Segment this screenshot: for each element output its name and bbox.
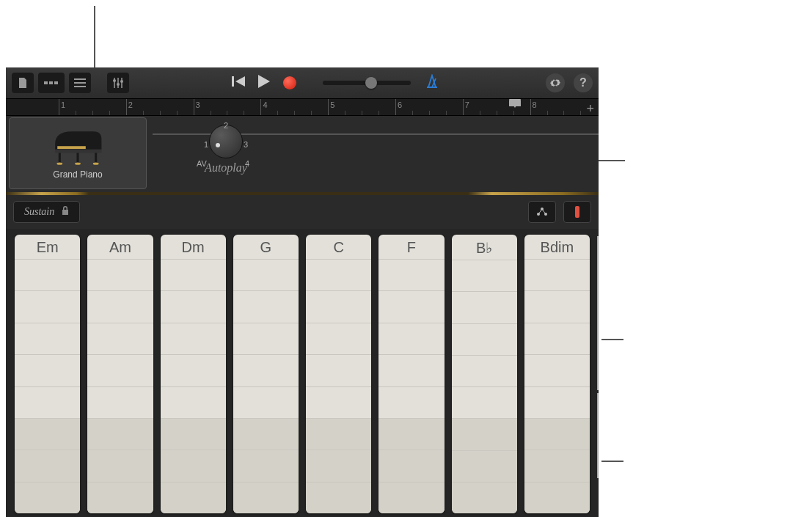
chord-segment-upper[interactable] — [87, 387, 153, 419]
ruler-tick — [563, 111, 564, 115]
chord-segment-upper[interactable] — [87, 355, 153, 386]
chord-segment-lower[interactable] — [15, 450, 80, 482]
chord-segment-upper[interactable] — [524, 387, 590, 419]
help-button[interactable]: ? — [574, 73, 593, 92]
chord-segment-upper[interactable] — [452, 260, 517, 292]
arpeggiator-button[interactable] — [528, 201, 556, 223]
chord-segment-upper[interactable] — [524, 260, 590, 291]
chord-segment-upper[interactable] — [233, 260, 299, 291]
chord-segment-upper[interactable] — [306, 260, 371, 291]
instrument-tile[interactable]: Grand Piano — [9, 117, 147, 189]
chord-strip[interactable]: B♭ — [452, 235, 517, 513]
chord-segment-upper[interactable] — [15, 291, 80, 323]
chord-strip[interactable]: Am — [87, 235, 153, 513]
chord-segment-upper[interactable] — [306, 323, 371, 355]
browser-button[interactable] — [12, 73, 34, 93]
volume-thumb[interactable] — [365, 77, 377, 89]
timeline-ruler[interactable]: 12345678 + — [6, 98, 599, 116]
chord-segment-lower[interactable] — [306, 483, 371, 513]
chord-segment-upper[interactable] — [161, 387, 226, 419]
chord-segment-lower[interactable] — [161, 450, 226, 482]
chord-segment-lower[interactable] — [452, 451, 517, 483]
chord-strip[interactable]: Dm — [161, 235, 226, 513]
chord-segment-upper[interactable] — [87, 291, 153, 323]
tracks-view-button[interactable] — [38, 73, 65, 93]
playhead[interactable] — [509, 99, 521, 108]
chord-segment-lower[interactable] — [378, 450, 444, 482]
chord-segment-lower[interactable] — [452, 483, 517, 513]
mixer-button[interactable] — [107, 73, 129, 93]
chord-segment-upper[interactable] — [306, 387, 371, 419]
chord-segment-lower[interactable] — [233, 450, 299, 482]
chord-segment-lower[interactable] — [524, 419, 590, 450]
chord-segment-upper[interactable] — [15, 323, 80, 355]
chord-segment-upper[interactable] — [378, 355, 444, 386]
chord-segment-upper[interactable] — [306, 291, 371, 323]
bar-line — [530, 99, 531, 115]
chord-segment-upper[interactable] — [378, 323, 444, 355]
chord-segment-upper[interactable] — [524, 291, 590, 323]
svg-rect-14 — [95, 153, 97, 163]
chord-segment-upper[interactable] — [233, 355, 299, 386]
chord-segment-upper[interactable] — [87, 260, 153, 291]
chord-segment-upper[interactable] — [233, 387, 299, 419]
play-button[interactable] — [258, 75, 270, 91]
chord-segment-upper[interactable] — [452, 387, 517, 419]
chord-strip[interactable]: Bdim — [524, 235, 590, 513]
chord-segment-lower[interactable] — [15, 419, 80, 450]
rewind-button[interactable] — [232, 76, 245, 90]
chord-segment-upper[interactable] — [452, 324, 517, 356]
glissando-button[interactable] — [563, 201, 591, 223]
list-view-button[interactable] — [69, 73, 91, 93]
chord-segment-lower[interactable] — [306, 419, 371, 450]
chord-segment-upper[interactable] — [524, 355, 590, 386]
chord-segment-upper[interactable] — [161, 355, 226, 386]
chord-segment-lower[interactable] — [87, 419, 153, 450]
chord-segment-upper[interactable] — [15, 260, 80, 291]
chord-segment-lower[interactable] — [161, 419, 226, 450]
chord-segment-upper[interactable] — [87, 323, 153, 355]
chord-segment-lower[interactable] — [378, 483, 444, 513]
sustain-button[interactable]: Sustain — [13, 201, 80, 223]
chord-strip[interactable]: C — [306, 235, 371, 513]
ruler-tick — [76, 111, 76, 115]
chord-segment-upper[interactable] — [452, 356, 517, 387]
chord-strip[interactable]: F — [378, 235, 444, 513]
chord-segment-upper[interactable] — [524, 323, 590, 355]
chord-segment-lower[interactable] — [452, 419, 517, 450]
autoplay-knob[interactable]: AV 1 2 3 4 — [209, 125, 243, 158]
chord-segment-lower[interactable] — [233, 419, 299, 450]
chord-segment-upper[interactable] — [378, 387, 444, 419]
chord-strip[interactable]: Em — [15, 235, 80, 513]
chord-segment-lower[interactable] — [87, 483, 153, 513]
chord-segment-upper[interactable] — [161, 291, 226, 323]
record-button[interactable] — [283, 76, 296, 89]
chord-segment-lower[interactable] — [306, 450, 371, 482]
chord-segment-upper[interactable] — [233, 291, 299, 323]
chord-segment-upper[interactable] — [233, 323, 299, 355]
add-track-button[interactable]: + — [586, 101, 594, 117]
chord-segment-lower[interactable] — [161, 483, 226, 513]
knob-mark-av: AV — [197, 159, 207, 168]
chord-strip[interactable]: G — [233, 235, 299, 513]
chord-segment-upper[interactable] — [15, 355, 80, 386]
chord-label: C — [306, 235, 371, 260]
chord-segment-lower[interactable] — [524, 450, 590, 482]
chord-segment-upper[interactable] — [378, 260, 444, 291]
chord-segment-upper[interactable] — [306, 355, 371, 386]
chord-segment-lower[interactable] — [233, 483, 299, 513]
chord-label: Bdim — [524, 235, 590, 260]
chord-segment-lower[interactable] — [87, 450, 153, 482]
bar-line — [260, 99, 261, 115]
metronome-button[interactable] — [425, 74, 439, 92]
chord-segment-lower[interactable] — [378, 419, 444, 450]
chord-segment-upper[interactable] — [161, 260, 226, 291]
chord-segment-upper[interactable] — [452, 292, 517, 323]
chord-segment-lower[interactable] — [15, 483, 80, 513]
chord-segment-upper[interactable] — [15, 387, 80, 419]
chord-segment-lower[interactable] — [524, 483, 590, 513]
chord-segment-upper[interactable] — [161, 323, 226, 355]
master-volume-slider[interactable] — [323, 81, 411, 85]
settings-button[interactable] — [546, 73, 565, 92]
chord-segment-upper[interactable] — [378, 291, 444, 323]
